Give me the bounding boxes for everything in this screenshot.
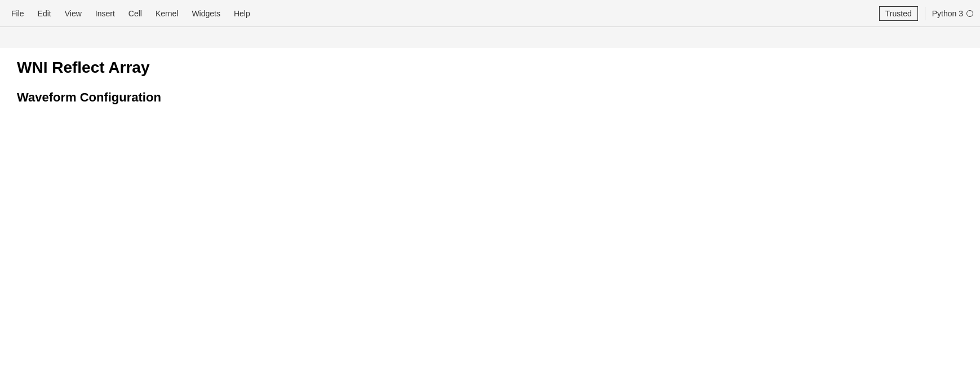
menubar-right: Trusted Python 3 [879, 6, 973, 21]
menu-item-file[interactable]: File [5, 6, 31, 21]
menu-item-help[interactable]: Help [227, 6, 257, 21]
menu-item-insert[interactable]: Insert [88, 6, 122, 21]
kernel-indicator: Python 3 [932, 9, 973, 18]
kernel-name-label: Python 3 [932, 9, 963, 18]
menu-item-widgets[interactable]: Widgets [185, 6, 227, 21]
menu-item-edit[interactable]: Edit [31, 6, 58, 21]
menu-item-cell[interactable]: Cell [122, 6, 149, 21]
menubar: File Edit View Insert Cell Kernel Widget… [0, 0, 980, 27]
menu-item-view[interactable]: View [58, 6, 88, 21]
trusted-button[interactable]: Trusted [879, 6, 918, 21]
menu-items: File Edit View Insert Cell Kernel Widget… [5, 6, 257, 21]
vertical-divider [925, 7, 925, 20]
kernel-status-circle [966, 10, 973, 17]
notebook-subtitle: Waveform Configuration [17, 90, 963, 105]
toolbar [0, 27, 980, 47]
notebook-title: WNI Reflect Array [17, 59, 963, 77]
notebook-content: WNI Reflect Array Waveform Configuration [0, 47, 980, 371]
menu-item-kernel[interactable]: Kernel [149, 6, 185, 21]
